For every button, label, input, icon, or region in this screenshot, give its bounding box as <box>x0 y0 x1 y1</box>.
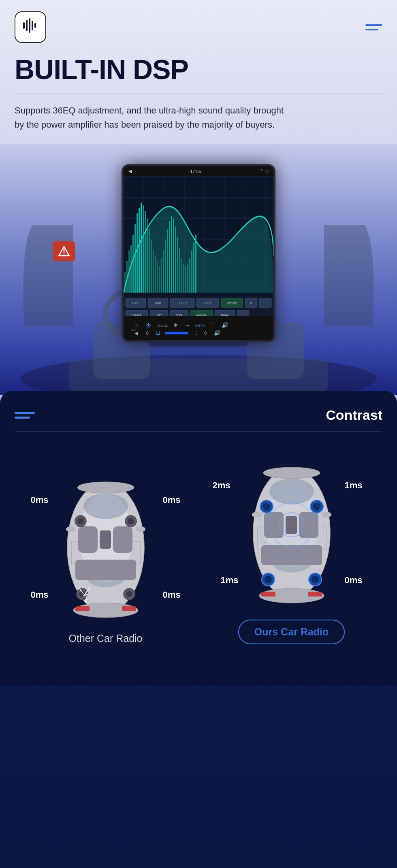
svg-text:AUTO: AUTO <box>194 323 205 328</box>
page-title: BUILT-IN DSP <box>15 54 382 85</box>
right-car-svg <box>239 456 344 610</box>
logo-box <box>15 11 46 43</box>
svg-rect-2 <box>29 18 30 33</box>
hero-section: BUILT-IN DSP Supports 36EQ adjustment, a… <box>0 47 397 136</box>
header <box>0 0 397 47</box>
right-car-label: Ours Car Radio <box>238 618 345 644</box>
svg-text:24°C: 24°C <box>131 328 138 332</box>
sound-wave-icon <box>21 17 39 38</box>
svg-text:DOLBY: DOLBY <box>177 301 187 305</box>
svg-text:🔊: 🔊 <box>222 322 228 329</box>
svg-rect-3 <box>32 21 33 30</box>
svg-rect-129 <box>113 526 132 553</box>
svg-rect-158 <box>261 545 322 565</box>
contrast-section: Contrast 0ms 0ms 0ms 0ms <box>0 391 397 685</box>
device-bottom-bar: ⌂ ⏻ DUAL ❄ 〜 AUTO ⌒ 🔊 ◀ 0 ⊔ ⋮ 0 🔊 24°C <box>127 318 270 338</box>
svg-text:0: 0 <box>146 331 149 336</box>
right-top-right-label: 1ms <box>344 480 362 491</box>
svg-text:⌒: ⌒ <box>210 322 216 328</box>
back-icon: ◀ <box>128 169 132 174</box>
svg-text:eDTS: eDTS <box>132 301 139 305</box>
svg-point-120 <box>83 493 128 519</box>
svg-rect-156 <box>299 512 318 538</box>
car-display: ◀ 17:55 ⌃ ▭ <box>0 144 397 395</box>
svg-text:DDD: DDD <box>155 301 161 305</box>
hamburger-menu[interactable] <box>365 24 382 30</box>
svg-point-133 <box>77 518 84 524</box>
svg-rect-157 <box>286 516 297 534</box>
contrast-header: Contrast <box>15 407 382 423</box>
contrast-icon <box>15 412 35 419</box>
svg-point-117 <box>63 254 64 255</box>
right-bottom-right-label: 0ms <box>344 575 362 586</box>
left-bottom-left-label: 0ms <box>31 590 49 600</box>
svg-rect-4 <box>34 23 36 28</box>
svg-rect-0 <box>23 22 25 29</box>
svg-text:〜: 〜 <box>185 323 190 328</box>
left-car-top-view: 0ms 0ms 0ms 0ms <box>53 470 158 624</box>
svg-text:❄: ❄ <box>173 322 178 328</box>
hero-divider <box>15 94 382 94</box>
svg-point-147 <box>269 479 314 505</box>
svg-point-139 <box>126 591 132 597</box>
left-car-comparison: 0ms 0ms 0ms 0ms <box>19 470 192 644</box>
left-bottom-right-label: 0ms <box>162 590 180 600</box>
svg-text:⊔: ⊔ <box>156 330 160 336</box>
device-nav-bar: ⌂ ⏻ DUAL ❄ 〜 AUTO ⌒ 🔊 ◀ 0 ⊔ ⋮ 0 🔊 24°C <box>124 316 273 340</box>
device-icons: ⌃ ▭ <box>260 169 269 174</box>
left-car-svg <box>53 470 158 624</box>
svg-rect-143 <box>122 606 136 611</box>
svg-rect-11 <box>69 359 328 391</box>
svg-point-123 <box>136 526 145 532</box>
device-statusbar: ◀ 17:55 ⌃ ▭ <box>124 166 273 176</box>
comparison-area: 0ms 0ms 0ms 0ms <box>15 448 382 661</box>
svg-text:🔊: 🔊 <box>214 329 221 336</box>
svg-rect-128 <box>78 526 98 553</box>
svg-text:DUAL: DUAL <box>158 323 168 328</box>
left-top-left-label: 0ms <box>31 495 49 505</box>
contrast-divider <box>15 431 382 432</box>
svg-text:0: 0 <box>204 331 207 336</box>
svg-rect-1 <box>26 20 28 31</box>
svg-rect-172 <box>261 592 275 596</box>
svg-point-164 <box>265 576 272 583</box>
svg-rect-130 <box>100 530 111 549</box>
right-car-top-view: 2ms 1ms 1ms 0ms <box>239 456 344 610</box>
contrast-title: Contrast <box>326 407 382 423</box>
ours-car-radio-button[interactable]: Ours Car Radio <box>238 620 345 644</box>
svg-rect-173 <box>308 592 322 596</box>
svg-text:⌂: ⌂ <box>134 322 138 328</box>
device-frame: ◀ 17:55 ⌃ ▭ <box>122 164 275 342</box>
svg-text:⋮: ⋮ <box>194 331 199 336</box>
svg-rect-131 <box>75 560 136 580</box>
svg-rect-74 <box>259 298 271 308</box>
device-time: 17:55 <box>190 169 201 174</box>
svg-point-122 <box>66 526 76 532</box>
svg-text:SRS®: SRS® <box>203 301 211 305</box>
left-top-right-label: 0ms <box>162 495 180 505</box>
svg-text:Through: Through <box>226 301 237 305</box>
left-car-label: Other Car Radio <box>68 633 142 644</box>
right-top-left-label: 2ms <box>213 480 231 491</box>
other-car-radio-label: Other Car Radio <box>68 633 142 644</box>
svg-rect-142 <box>75 606 90 611</box>
svg-point-135 <box>128 518 134 524</box>
svg-rect-110 <box>165 332 188 335</box>
svg-rect-155 <box>264 512 284 538</box>
svg-text:⚙: ⚙ <box>250 301 252 305</box>
right-bottom-left-label: 1ms <box>221 575 239 586</box>
car-background: ◀ 17:55 ⌃ ▭ <box>0 144 397 395</box>
svg-point-171 <box>263 467 320 479</box>
hazard-button[interactable] <box>53 241 75 261</box>
svg-text:⏻: ⏻ <box>146 323 151 328</box>
svg-point-141 <box>77 482 134 493</box>
svg-point-166 <box>312 576 319 583</box>
hero-description: Supports 36EQ adjustment, and the ultra-… <box>15 103 290 132</box>
right-car-comparison: 2ms 1ms 1ms 0ms <box>205 456 378 644</box>
